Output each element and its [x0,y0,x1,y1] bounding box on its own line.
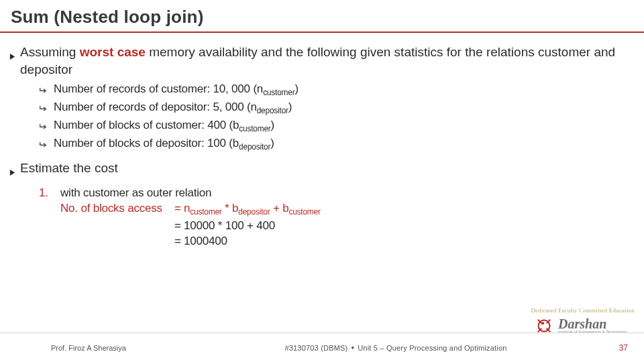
calc-step2: = 10000 * 100 + 400 [60,218,321,233]
logo-text-block: Darshan Institute of Engineering & Techn… [558,318,627,334]
stat-ncustomer: Number of records of customer: 10, 000 (… [39,82,636,99]
equals: = [174,218,184,233]
calc-value: 1000400 [184,233,227,249]
stat-text: Number of blocks of customer: 400 (bcust… [54,118,274,134]
bullet-assuming: Assuming worst case memory availability … [9,44,636,78]
slide-footer: Prof. Firoz A Sherasiya #3130703 (DBMS) … [0,333,644,362]
ordered-list: 1. with customer as outer relation No. o… [39,185,636,249]
triangle-icon [9,164,16,181]
slide-content: Assuming worst case memory availability … [0,33,644,249]
calc-formula: No. of blocks access = ncustomer * bdepo… [60,200,321,218]
ol-line-outer: with customer as outer relation [60,185,321,200]
bullet-text: Assuming worst case memory availability … [20,44,636,78]
calc-expr: ncustomer * bdepositor + bcustomer [184,200,321,218]
stat-text: Number of records of depositor: 5, 000 (… [54,100,292,116]
svg-marker-0 [10,54,15,60]
logo-tagline: Dedicated Faculty Committed Education [531,307,635,314]
footer-page-number: 37 [593,343,633,353]
worst-case-text: worst case [80,45,146,59]
svg-marker-1 [10,170,15,176]
logo-wordmark: Darshan [558,318,627,330]
calc-step3: = 1000400 [60,233,321,249]
calc-value: 10000 * 100 + 400 [184,218,275,233]
stat-text: Number of records of customer: 10, 000 (… [54,82,299,98]
equals: = [174,233,184,249]
ol-item-1: 1. with customer as outer relation No. o… [39,185,636,249]
slide-title: Sum (Nested loop join) [0,0,644,33]
triangle-icon [9,48,16,65]
stat-ndepositor: Number of records of depositor: 5, 000 (… [39,100,636,117]
arrow-icon [39,119,48,135]
stat-text: Number of blocks of depositor: 100 (bdep… [54,136,274,152]
arrow-icon [39,137,48,153]
calc-block: with customer as outer relation No. of b… [60,185,321,249]
bullet-estimate: Estimate the cost [9,160,636,181]
ol-number: 1. [39,185,50,200]
footer-author: Prof. Firoz A Sherasiya [11,344,199,352]
calc-label: No. of blocks access [60,200,174,218]
footer-center: #3130703 (DBMS) ✦ Unit 5 – Query Process… [199,344,593,352]
stat-bdepositor: Number of blocks of depositor: 100 (bdep… [39,136,636,153]
stat-bcustomer: Number of blocks of customer: 400 (bcust… [39,118,636,135]
stats-list: Number of records of customer: 10, 000 (… [39,82,636,153]
equals: = [174,200,184,218]
arrow-icon [39,83,48,99]
arrow-icon [39,101,48,117]
svg-point-3 [541,322,544,324]
bullet-text: Estimate the cost [20,160,118,177]
diamond-icon: ✦ [350,345,356,351]
svg-point-2 [539,320,550,332]
